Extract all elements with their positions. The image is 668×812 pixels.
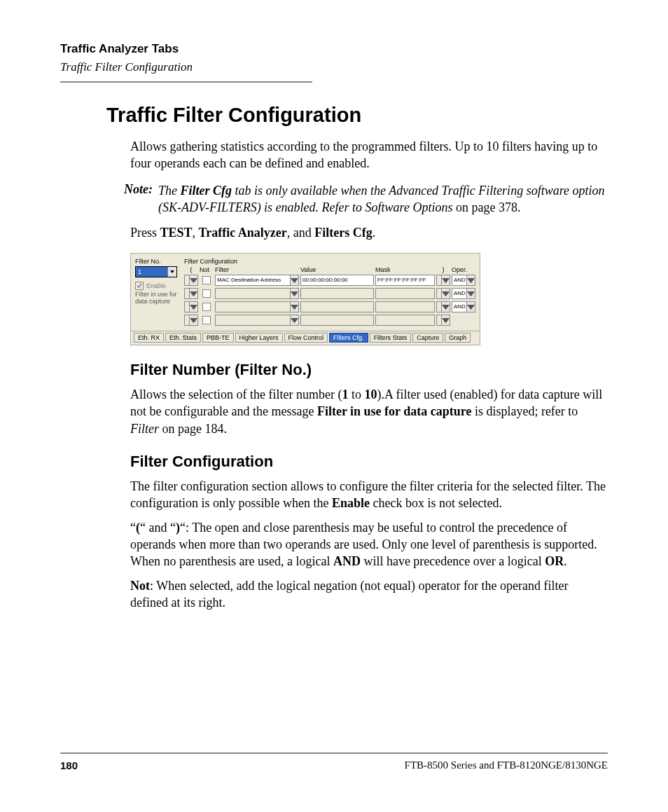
- filter-dropdown[interactable]: [215, 288, 299, 299]
- page-number: 180: [60, 759, 78, 771]
- checkmark-icon: [137, 283, 142, 289]
- chevron-down-icon[interactable]: [167, 267, 176, 277]
- inuse-line: data capture: [135, 298, 177, 305]
- chevron-down-icon[interactable]: [466, 302, 475, 312]
- note-text: on page 378.: [452, 200, 520, 214]
- footer-doc-title: FTB-8500 Series and FTB-8120NGE/8130NGE: [405, 759, 608, 771]
- tab-eth-stats[interactable]: Eth. Stats: [165, 333, 201, 343]
- open-paren-dropdown[interactable]: [184, 288, 198, 299]
- section-filter-config-p3: Not: When selected, add the logical nega…: [130, 577, 608, 612]
- note-block: Note: The Filter Cfg tab is only availab…: [106, 182, 608, 216]
- press-text: .: [373, 226, 376, 240]
- header-rule: [60, 81, 312, 83]
- oper-dropdown[interactable]: AND: [452, 288, 475, 299]
- col-not: Not: [200, 266, 214, 273]
- oper-dropdown[interactable]: AND: [452, 301, 475, 312]
- not-checkbox[interactable]: [202, 316, 211, 324]
- tab-graph[interactable]: Graph: [445, 333, 471, 343]
- tab-capture[interactable]: Capture: [412, 333, 443, 343]
- chevron-down-icon[interactable]: [189, 315, 197, 325]
- intro-paragraph: Allows gathering statistics according to…: [130, 138, 608, 172]
- col-filter: Filter: [215, 266, 299, 273]
- mask-input[interactable]: [375, 301, 435, 312]
- tab-filters-cfg[interactable]: Filters Cfg.: [329, 333, 368, 343]
- mask-input[interactable]: FF:FF:FF:FF:FF:FF: [375, 275, 435, 286]
- page: Traffic Analyzer Tabs Traffic Filter Con…: [0, 0, 668, 812]
- not-checkbox[interactable]: [202, 276, 211, 284]
- text-bold: Filter in use for data capture: [317, 404, 471, 418]
- press-test: TEST: [160, 226, 193, 240]
- chevron-down-icon[interactable]: [189, 289, 197, 298]
- text-bold: Enable: [332, 496, 370, 510]
- col-mask: Mask: [375, 266, 435, 273]
- filter-value: MAC Destination Address: [216, 275, 290, 285]
- text: on page 184.: [159, 422, 227, 436]
- close-paren-dropdown[interactable]: [436, 275, 450, 286]
- press-traffic-analyzer: Traffic Analyzer: [199, 226, 287, 240]
- running-header: Traffic Analyzer Tabs Traffic Filter Con…: [60, 42, 608, 83]
- filter-config-group: Filter Configuration ( Not Filter Value …: [184, 258, 475, 328]
- tab-eth-rx[interactable]: Eth. RX: [134, 333, 164, 343]
- enable-checkbox[interactable]: [135, 282, 144, 290]
- filter-dropdown[interactable]: [215, 315, 299, 326]
- value-input[interactable]: [300, 301, 374, 312]
- col-close: ): [436, 266, 450, 273]
- chevron-down-icon[interactable]: [466, 275, 475, 285]
- note-label: Note:: [106, 182, 158, 216]
- not-checkbox[interactable]: [202, 289, 211, 298]
- text: “ and “: [140, 521, 176, 535]
- oper-value: AND: [452, 302, 466, 312]
- text: : When selected, add the logical negatio…: [130, 579, 568, 610]
- operand-row: AND: [184, 288, 475, 299]
- press-text: ,: [193, 226, 199, 240]
- filter-config-title: Filter Configuration: [184, 258, 475, 265]
- tab-pbb-te[interactable]: PBB-TE: [202, 333, 234, 343]
- filter-config-screenshot: Filter No. 1 Enable Filter in use for da…: [130, 253, 480, 345]
- chevron-down-icon[interactable]: [290, 275, 298, 285]
- section-filter-number-title: Filter Number (Filter No.): [130, 361, 608, 379]
- value-input[interactable]: [300, 288, 374, 299]
- close-paren-dropdown[interactable]: [436, 288, 450, 299]
- not-checkbox[interactable]: [202, 303, 211, 311]
- open-paren-dropdown[interactable]: [184, 275, 198, 286]
- press-text: Press: [130, 226, 160, 240]
- filter-value: [216, 302, 290, 312]
- chevron-down-icon[interactable]: [290, 302, 298, 312]
- filter-dropdown[interactable]: [215, 301, 299, 312]
- chevron-down-icon[interactable]: [441, 289, 450, 298]
- chevron-down-icon[interactable]: [441, 275, 450, 285]
- chevron-down-icon[interactable]: [466, 289, 475, 298]
- chevron-down-icon[interactable]: [189, 275, 197, 285]
- tab-bar: Eth. RX Eth. Stats PBB-TE Higher Layers …: [131, 331, 480, 345]
- col-value: Value: [300, 266, 374, 273]
- text: .: [564, 554, 567, 568]
- open-paren-dropdown[interactable]: [184, 301, 198, 312]
- operand-row: AND: [184, 301, 475, 312]
- mask-input[interactable]: [375, 315, 435, 326]
- filterno-dropdown[interactable]: 1: [135, 266, 177, 277]
- text: to: [348, 387, 364, 401]
- tab-higher-layers[interactable]: Higher Layers: [235, 333, 283, 343]
- close-paren-dropdown[interactable]: [436, 315, 450, 326]
- text: is displayed; refer to: [471, 404, 578, 418]
- oper-dropdown[interactable]: AND: [452, 275, 475, 286]
- header-section: Traffic Filter Configuration: [60, 60, 608, 74]
- mask-input[interactable]: [375, 288, 435, 299]
- chevron-down-icon[interactable]: [441, 302, 450, 312]
- chevron-down-icon[interactable]: [189, 302, 197, 312]
- text-bold: OR: [545, 554, 564, 568]
- tab-flow-control[interactable]: Flow Control: [284, 333, 328, 343]
- chevron-down-icon[interactable]: [290, 315, 298, 325]
- filter-value: [216, 289, 290, 298]
- filter-dropdown[interactable]: MAC Destination Address: [215, 275, 299, 286]
- close-paren-dropdown[interactable]: [436, 301, 450, 312]
- cfg-header-row: ( Not Filter Value Mask ) Oper.: [184, 266, 475, 273]
- chevron-down-icon[interactable]: [441, 315, 450, 325]
- tab-filters-stats[interactable]: Filters Stats: [370, 333, 412, 343]
- value-input[interactable]: 00:00:00:00:00:00: [300, 275, 374, 286]
- operand-row: [184, 315, 475, 326]
- chevron-down-icon[interactable]: [290, 289, 298, 298]
- value-input[interactable]: [300, 315, 374, 326]
- open-paren-dropdown[interactable]: [184, 315, 198, 326]
- press-instruction: Press TEST, Traffic Analyzer, and Filter…: [130, 226, 608, 240]
